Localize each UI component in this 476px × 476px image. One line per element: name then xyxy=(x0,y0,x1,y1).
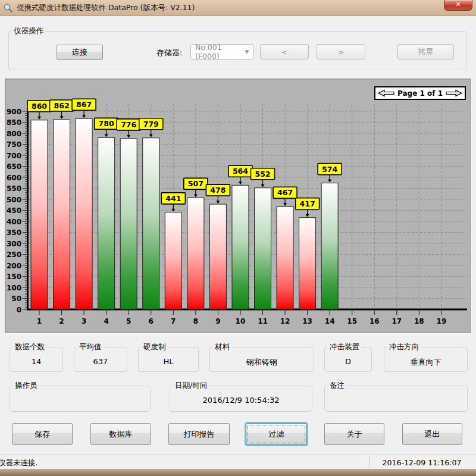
window-title: 便携式硬度计数据处理软件 DataPro (版本号: V2.11) xyxy=(17,3,195,13)
field-impact-device: 冲击装置 D xyxy=(324,342,372,372)
bar xyxy=(209,204,226,309)
print-report-button[interactable]: 打印报告 xyxy=(168,423,230,445)
field-average-label: 平均值 xyxy=(77,342,104,352)
bar xyxy=(255,188,271,309)
status-bar: 仪器未连接. 2016-12-09 11:16:07 xyxy=(0,455,476,469)
bar xyxy=(31,120,48,309)
bar-value-label: 507 xyxy=(188,179,203,188)
x-tick-label: 13 xyxy=(302,317,312,325)
chart-panel: Page 1 of 1 0501 xyxy=(5,79,471,333)
bar xyxy=(187,198,204,309)
field-remarks: 备注 xyxy=(324,381,468,412)
field-data-count: 数据个数 14 xyxy=(10,342,63,372)
status-message: 仪器未连接. xyxy=(0,458,37,468)
instrument-groupbox-title: 仪器操作 xyxy=(12,26,45,36)
bar-value-label: 467 xyxy=(277,188,293,197)
y-tick-label: 350 xyxy=(7,228,21,237)
connect-button[interactable]: 连接 xyxy=(57,45,103,60)
y-tick-label: 250 xyxy=(7,250,21,259)
field-hardness-scale-value: HL xyxy=(139,357,198,366)
y-tick-label: 0 xyxy=(17,306,21,314)
bar-callout-arrow xyxy=(60,116,64,119)
field-material-value: 钢和铸钢 xyxy=(210,357,314,368)
y-tick-label: 550 xyxy=(7,184,21,193)
bar-value-label: 417 xyxy=(300,199,315,208)
x-tick-label: 12 xyxy=(280,317,290,325)
bar xyxy=(321,183,338,309)
bar-value-label: 862 xyxy=(54,101,70,110)
hardness-bar-chart: 0501001502002503003504004505005506006507… xyxy=(5,79,471,333)
bar-value-label: 564 xyxy=(233,167,248,176)
copy-screen-button[interactable]: 拷屏 xyxy=(397,44,454,60)
bar-value-label: 478 xyxy=(210,186,226,195)
about-button[interactable]: 关于 xyxy=(324,423,384,445)
field-datetime: 日期/时间 2016/12/9 10:54:32 xyxy=(170,381,312,412)
x-tick-label: 18 xyxy=(414,317,424,325)
x-tick-label: 16 xyxy=(369,317,380,325)
field-remarks-label: 备注 xyxy=(328,381,346,391)
bar xyxy=(165,212,181,309)
x-tick-label: 11 xyxy=(258,317,268,325)
bar-callout-arrow xyxy=(239,181,242,184)
bar-callout-arrow xyxy=(127,135,130,138)
chevron-down-icon: ▼ xyxy=(241,49,253,55)
bar xyxy=(232,185,249,309)
bar-value-label: 552 xyxy=(255,170,270,178)
field-impact-direction: 冲击方向 垂直向下 xyxy=(384,342,468,372)
window-bottom-frame xyxy=(0,469,476,476)
y-tick-label: 850 xyxy=(7,118,21,127)
bar-callout-arrow xyxy=(306,214,309,217)
storage-select[interactable]: No.001 (F000) ▼ xyxy=(190,44,253,60)
y-tick-label: 400 xyxy=(7,218,21,226)
next-record-button[interactable]: > xyxy=(317,44,365,60)
bar xyxy=(98,137,115,309)
field-hardness-scale-label: 硬度制 xyxy=(142,342,168,352)
bar-value-label: 780 xyxy=(99,119,114,128)
title-bar: 便携式硬度计数据处理软件 DataPro (版本号: V2.11) ✕ xyxy=(0,0,476,16)
y-tick-label: 500 xyxy=(7,196,21,204)
prev-record-button[interactable]: < xyxy=(260,44,309,60)
exit-button[interactable]: 退出 xyxy=(402,423,462,445)
field-impact-device-value: D xyxy=(325,357,371,366)
page-next-icon[interactable] xyxy=(444,89,462,97)
bar xyxy=(120,139,137,309)
x-tick-label: 15 xyxy=(347,317,357,325)
y-tick-label: 750 xyxy=(7,140,21,149)
x-tick-label: 1 xyxy=(37,317,42,325)
y-tick-label: 700 xyxy=(7,152,21,160)
bar-value-label: 779 xyxy=(143,120,159,129)
x-tick-label: 2 xyxy=(59,317,64,325)
y-tick-label: 150 xyxy=(7,273,21,281)
page-prev-icon[interactable] xyxy=(378,89,396,97)
y-tick-label: 200 xyxy=(7,262,21,270)
bar-callout-arrow xyxy=(216,201,220,203)
x-tick-label: 14 xyxy=(325,317,335,325)
save-button[interactable]: 保存 xyxy=(12,423,73,445)
y-tick-label: 300 xyxy=(7,240,21,248)
bar-callout-arrow xyxy=(37,117,41,120)
bar xyxy=(277,206,293,309)
field-operator: 操作员 xyxy=(10,381,151,412)
app-window: 便携式硬度计数据处理软件 DataPro (版本号: V2.11) ✕ 仪器操作… xyxy=(0,0,476,476)
field-data-count-label: 数据个数 xyxy=(13,342,46,352)
bar xyxy=(54,120,70,309)
bar-callout-arrow xyxy=(194,194,198,197)
bar-value-label: 867 xyxy=(76,100,92,109)
bar xyxy=(299,218,316,309)
x-tick-label: 10 xyxy=(236,317,246,325)
field-material-label: 材料 xyxy=(213,342,231,352)
filter-button[interactable]: 过滤 xyxy=(246,423,307,445)
bar-value-label: 574 xyxy=(322,165,337,174)
database-button[interactable]: 数据库 xyxy=(90,423,151,445)
field-operator-label: 操作员 xyxy=(13,381,39,391)
x-tick-label: 3 xyxy=(82,317,86,325)
x-tick-label: 19 xyxy=(437,317,447,325)
close-button[interactable]: ✕ xyxy=(444,0,472,11)
field-hardness-scale: 硬度制 HL xyxy=(138,342,199,372)
x-tick-label: 7 xyxy=(171,317,176,325)
bar-callout-arrow xyxy=(105,134,108,137)
y-tick-label: 450 xyxy=(7,206,21,215)
y-tick-label: 50 xyxy=(11,295,21,303)
x-tick-label: 9 xyxy=(215,317,220,325)
bar-value-label: 776 xyxy=(121,120,136,129)
